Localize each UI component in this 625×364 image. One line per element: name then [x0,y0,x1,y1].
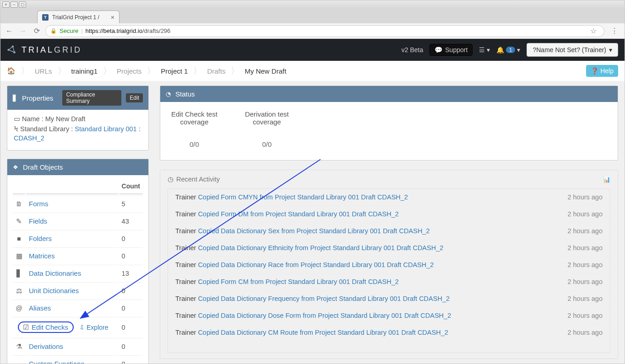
caret-down-icon: ▾ [609,46,612,54]
branch-icon: Ϟ [14,125,18,133]
draft-object-count: 0 [119,230,143,246]
breadcrumb-item[interactable]: Projects [117,67,141,75]
explore-link[interactable]: ⇩ Explore [79,324,108,331]
activity-description-link[interactable]: Copied Data Dictionary Dose Form from Pr… [198,312,565,319]
support-button[interactable]: 💬 Support [429,44,473,56]
cubes-icon: ❖ [13,164,18,171]
notification-badge: 1 [506,47,515,53]
reload-button[interactable]: ⟳ [32,26,42,36]
edit-icon: ✎ [16,218,22,225]
property-stdlib-row: Ϟ Standard Library : Standard Library 00… [14,125,142,142]
property-name-row: ▭ Name : My New Draft [14,115,142,123]
activity-description-link[interactable]: Copied Data Dictionary Ethnicity from Pr… [198,244,565,252]
activity-user: Trainer [175,329,196,336]
forward-button[interactable]: → [18,26,28,36]
compliance-summary-button[interactable]: Compliance Summary [62,90,121,106]
draft-object-link[interactable]: Forms [29,200,49,208]
app-logo[interactable]: TRIALGRID [7,45,82,55]
tab-close-icon[interactable]: × [111,14,114,21]
breadcrumb-item[interactable]: Drafts [207,67,225,75]
draft-object-link[interactable]: Data Dictionaries [29,269,81,277]
url-text: https://beta.trialgrid.io/drafts/296 [86,27,585,34]
activity-description-link[interactable]: Copied Data Dictionary Sex from Project … [198,227,565,235]
count-column-header: Count [119,179,143,194]
breadcrumb-item[interactable]: Project 1 [161,67,188,75]
browser-tab[interactable]: T TrialGrid Project 1 / × [37,11,120,23]
breadcrumb-home-icon[interactable]: 🏠 [7,67,16,75]
breadcrumb: 🏠 〉 URLs 〉 training1 〉 Projects 〉 Projec… [7,65,586,76]
browser-tabstrip: T TrialGrid Project 1 / × [0,9,625,23]
draft-object-row: ■ Folders 0 [13,230,143,246]
activity-description-link[interactable]: Copied Form CM from Project Standard Lib… [198,278,565,285]
activity-description-link[interactable]: Copied Form CMYN from Project Standard L… [198,193,565,201]
draft-object-count: 0 [119,317,143,337]
browser-menu-icon[interactable]: ⋮ [608,27,621,35]
draft-objects-panel: ❖ Draft Objects Count 🗎 Forms 5 ✎ Fields… [7,159,149,364]
draft-object-link[interactable]: Unit Dictionaries [29,287,79,294]
logo-mark-icon [7,45,17,55]
properties-header: ▋ Properties Compliance Summary Edit [7,86,148,110]
grid-icon: ▦ [16,252,22,260]
activity-row: Trainer Copied Data Dictionary Race from… [168,257,610,273]
stdlib-link[interactable]: Standard Library 001 [75,125,136,133]
check-icon: ☑ [19,324,29,331]
folder-icon: ■ [17,235,21,242]
activity-description-link[interactable]: Copied Data Dictionary Frequency from Pr… [198,295,565,302]
draft-object-count: 0 [119,338,143,354]
draft-object-link[interactable]: Custom Functions [29,360,84,364]
breadcrumb-item[interactable]: URLs [35,67,52,75]
draft-object-count: 0 [119,300,143,316]
bookmark-star-icon[interactable]: ☆ [587,27,599,35]
activity-user: Trainer [175,295,196,302]
window-close-button[interactable]: × [2,1,10,8]
stdlib-version-link[interactable]: CDASH_2 [14,134,44,142]
status-panel: ◔ Status Edit Check test coverage 0/0 De… [160,86,618,161]
draft-object-link[interactable]: Derivations [29,343,63,350]
draft-object-link[interactable]: Aliases [29,304,51,312]
window-maximize-button[interactable]: ▢ [19,1,26,8]
chevron-right-icon: 〉 [21,65,29,76]
draft-object-link[interactable]: Matrices [29,252,55,260]
draft-object-link[interactable]: Edit Checks [32,323,68,331]
breadcrumb-item-current: My New Draft [245,67,286,75]
activity-description-link[interactable]: Copied Data Dictionary CM Route from Pro… [198,329,565,336]
scale-icon: ⚖ [16,287,22,294]
draft-object-link[interactable]: Fields [29,217,47,225]
activity-user: Trainer [175,261,196,268]
activity-time: 2 hours ago [567,312,603,319]
activity-chart-icon[interactable]: 📊 [603,176,610,183]
activity-description-link[interactable]: Copied Form DM from Project Standard Lib… [198,210,565,218]
draft-object-count: 0 [119,247,143,264]
caret-down-icon: ▾ [517,46,520,54]
settings-dropdown[interactable]: ☰ ▾ [479,46,490,54]
chat-icon: 💬 [435,46,442,54]
activity-row: Trainer Copied Form DM from Project Stan… [168,206,610,223]
draft-object-row: ✎ Fields 43 [13,213,143,229]
tab-favicon: T [42,14,49,21]
notifications-dropdown[interactable]: 🔔 1 ▾ [496,46,520,54]
window-minimize-button[interactable]: – [11,1,18,8]
draft-object-link[interactable]: Folders [29,235,52,242]
flask-icon: ⚗ [16,343,22,350]
draft-object-row: Custom Functions 0 [13,355,143,364]
user-menu[interactable]: ?Name Not Set? (Trainer) ▾ [527,43,618,57]
activity-description-link[interactable]: Copied Data Dictionary Race from Project… [198,261,565,268]
activity-row: Trainer Copied Data Dictionary Dose Form… [168,307,610,324]
edit-button[interactable]: Edit [126,93,143,102]
activity-time: 2 hours ago [567,261,603,268]
chevron-right-icon: 〉 [58,65,66,76]
draft-object-row: @ Aliases 0 [13,300,143,316]
help-button[interactable]: ❓ Help [586,65,618,77]
derivation-coverage: Derivation test coverage 0/0 [245,110,289,148]
edit-check-coverage: Edit Check test coverage 0/0 [171,110,217,148]
draft-object-row: ⚗ Derivations 0 [13,338,143,354]
book-icon: ▋ [13,95,17,102]
svg-line-3 [9,47,13,50]
back-button[interactable]: ← [4,26,14,36]
breadcrumb-item[interactable]: training1 [71,67,98,75]
address-bar[interactable]: 🔒 Secure | https://beta.trialgrid.io/dra… [45,25,604,37]
status-header: ◔ Status [160,86,618,102]
draft-object-count: 0 [119,355,143,364]
draft-object-count: 5 [119,195,143,212]
browser-toolbar: ← → ⟳ 🔒 Secure | https://beta.trialgrid.… [0,23,625,39]
